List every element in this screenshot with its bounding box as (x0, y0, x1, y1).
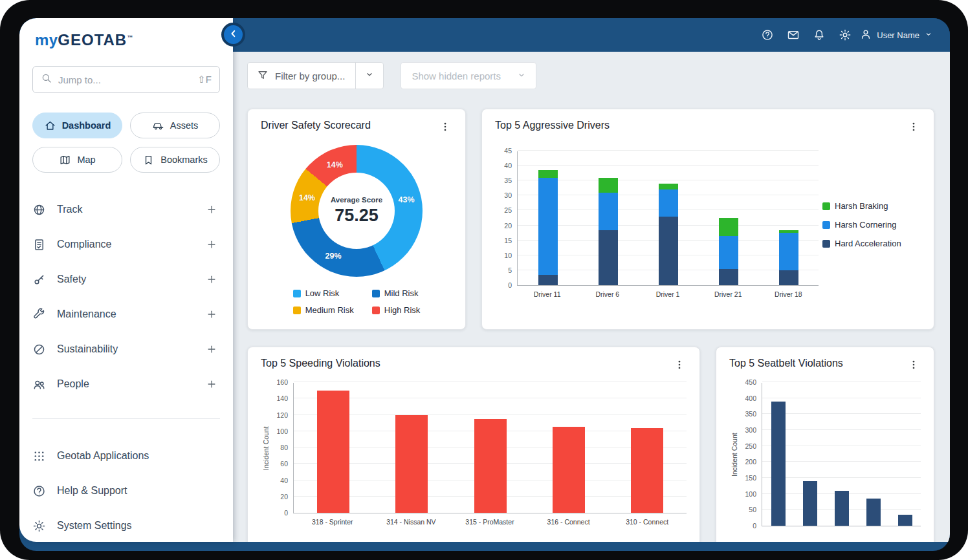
sidebar-footer-item-help-support[interactable]: Help & Support (32, 473, 220, 508)
bar-group-310-connect (608, 383, 687, 513)
y-tick: 120 (276, 411, 288, 419)
x-tick-label: 318 - Sprinter (293, 518, 372, 526)
plot-area (293, 383, 687, 513)
people-icon (32, 378, 46, 391)
legend-swatch (372, 307, 380, 314)
bars (762, 383, 921, 526)
grid-icon (32, 449, 46, 463)
bar-segment-hard-acceleration (538, 275, 558, 285)
sidebar-button-bookmarks[interactable]: Bookmarks (130, 147, 220, 173)
donut-chart: Average Score 75.25 43%29%14%14% (291, 145, 423, 277)
legend-swatch (293, 307, 301, 314)
sidebar-item-sustainability[interactable]: Sustainability (32, 332, 220, 367)
card-menu-button[interactable] (438, 120, 452, 136)
topbar-gear-button[interactable] (835, 25, 855, 45)
expand-compliance-button[interactable] (203, 236, 220, 253)
quick-buttons: DashboardAssetsMapBookmarks (32, 113, 220, 173)
y-tick: 20 (280, 493, 288, 501)
sidebar-item-track[interactable]: Track (32, 192, 220, 227)
show-hidden-reports-label: Show hidden reports (412, 70, 501, 81)
mygeotab-logo: myGEOTAB™ (32, 28, 220, 49)
nav-label: Safety (57, 274, 192, 285)
y-tick: 200 (745, 458, 756, 466)
card-title: Top 5 Speeding Violations (261, 358, 380, 369)
x-tick-label: Driver 11 (517, 290, 577, 298)
expand-sustainability-button[interactable] (203, 341, 220, 358)
user-name: User Name (877, 30, 919, 40)
safety-icon (32, 273, 46, 286)
bar-segment-hard-acceleration (599, 230, 618, 286)
y-axis: 051015202530354045 (495, 151, 517, 286)
y-tick: 80 (280, 444, 288, 451)
sidebar-button-dashboard[interactable]: Dashboard (32, 113, 122, 138)
plot-area (517, 151, 819, 286)
device-frame: User Name Filter by group... Show hidden… (0, 0, 968, 560)
sidebar-button-assets[interactable]: Assets (130, 113, 220, 138)
topbar-bell-button[interactable] (809, 25, 830, 45)
mail-icon (787, 28, 800, 41)
bar (803, 481, 817, 526)
nav-label: Track (57, 204, 192, 215)
bar-group-318-sprinter (294, 383, 372, 513)
y-axis-label: Incident Count (729, 383, 740, 526)
y-tick: 50 (749, 506, 756, 513)
expand-safety-button[interactable] (203, 271, 220, 288)
legend-swatch (822, 221, 830, 229)
stacked-bar-chart: 051015202530354045Driver 11Driver 6Drive… (495, 151, 819, 298)
sidebar-button-map[interactable]: Map (32, 147, 122, 173)
y-tick: 300 (745, 426, 756, 434)
sidebar-item-maintenance[interactable]: Maintenance (32, 297, 220, 332)
sidebar: myGEOTAB™ ⇧F DashboardAssetsMapBookmarks… (19, 18, 233, 542)
expand-track-button[interactable] (203, 201, 220, 218)
average-score-label: Average Score (331, 196, 382, 204)
y-tick: 140 (276, 394, 288, 402)
card-title: Driver Safety Scorecard (261, 120, 371, 131)
search-shortcut: ⇧F (197, 74, 212, 85)
plus-icon (206, 378, 217, 390)
bar-group-315-promaster (451, 383, 529, 513)
sidebar-footer-item-system-settings[interactable]: System Settings (32, 508, 220, 542)
nav-label: Sustainability (57, 343, 192, 355)
sidebar-item-compliance[interactable]: Compliance (32, 227, 220, 262)
sidebar-footer-item-geotab-applications[interactable]: Geotab Applications (32, 438, 220, 473)
bar-segment-harsh-braking (719, 218, 738, 236)
sidebar-item-people[interactable]: People (32, 367, 220, 402)
y-tick: 350 (745, 410, 756, 418)
jump-to-search: ⇧F (32, 66, 220, 93)
expand-maintenance-button[interactable] (203, 306, 220, 323)
filter-by-group-dropdown[interactable]: Filter by group... (247, 62, 384, 89)
card-menu-button[interactable] (672, 358, 687, 374)
expand-people-button[interactable] (203, 376, 220, 393)
legend-swatch (822, 240, 830, 248)
bar-group-driver-1 (638, 151, 698, 285)
bars (294, 383, 687, 513)
topbar-help-button[interactable] (757, 25, 778, 45)
button-label: Map (77, 155, 95, 165)
bar-group-col-3 (826, 383, 857, 526)
y-tick: 0 (753, 522, 756, 530)
topbar-mail-button[interactable] (783, 25, 804, 45)
sidebar-item-safety[interactable]: Safety (32, 262, 220, 297)
bar-group-314-nissan-nv (372, 383, 450, 513)
legend-item-mild-risk: Mild Risk (372, 288, 421, 298)
filter-group-caret-button[interactable] (356, 63, 383, 89)
sidebar-collapse-button[interactable] (221, 23, 245, 47)
bar-segment-harsh-cornering (599, 193, 618, 230)
y-tick: 0 (508, 281, 512, 289)
caret-icon (516, 70, 527, 80)
card-menu-button[interactable] (907, 358, 921, 374)
show-hidden-reports-dropdown[interactable]: Show hidden reports (401, 62, 536, 89)
cards-row-2: Top 5 Speeding Violations Incident Count… (247, 347, 934, 542)
filter-by-group-label: Filter by group... (275, 70, 345, 81)
card-top5-aggressive-drivers: Top 5 Aggressive Drivers 051015202530354… (481, 109, 934, 330)
kebab-icon (908, 121, 919, 133)
nav-label: System Settings (57, 520, 220, 532)
y-tick: 25 (504, 206, 512, 214)
bar-segment-harsh-cornering (659, 189, 678, 217)
card-menu-button[interactable] (907, 120, 921, 136)
search-input[interactable] (58, 74, 192, 85)
legend-swatch (293, 290, 301, 297)
slice-label-low-risk: 43% (399, 195, 415, 204)
nav-label: People (57, 378, 192, 390)
user-menu[interactable]: User Name (859, 28, 933, 43)
